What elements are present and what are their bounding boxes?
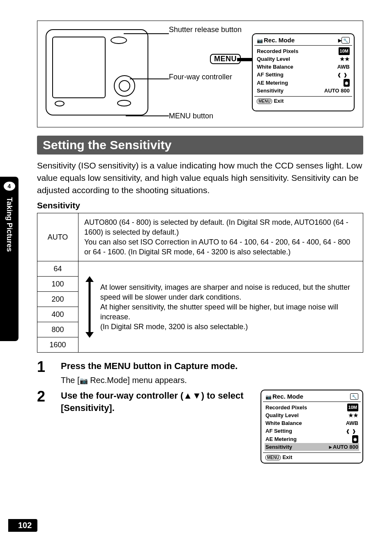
lcd-row-label: Sensitivity xyxy=(265,443,292,451)
lcd-row-label: White Balance xyxy=(257,63,293,71)
table-cell-auto-label: AUTO xyxy=(37,213,78,261)
table-cell-iso: 100 xyxy=(37,277,78,292)
table-cell-iso: 200 xyxy=(37,292,78,307)
camera-menu-button xyxy=(117,100,131,106)
step-title: Use the four-way controller () to select… xyxy=(61,390,252,414)
wrench-icon xyxy=(350,393,358,400)
triangle-down-icon xyxy=(192,390,201,401)
step-1: 1 Press the MENU button in Capture mode.… xyxy=(37,360,363,387)
lcd-header: Rec. Mode xyxy=(272,393,303,400)
callout-menu-button: MENU button xyxy=(169,111,213,120)
lcd-screenshot-bottom: Rec. Mode Recorded Pixels10M Quality Lev… xyxy=(261,390,363,464)
lcd-row-label: AF Setting xyxy=(257,71,284,79)
lcd-footer-text: Exit xyxy=(274,98,284,104)
lcd-row-value: AWB xyxy=(337,63,350,71)
camera-icon xyxy=(257,37,264,44)
lcd-row-value: ★★ xyxy=(340,55,350,63)
camera-icon xyxy=(80,376,88,385)
lcd-row-label: Recorded Pixels xyxy=(257,47,298,55)
step-subtext: The [ Rec.Mode] menu appears. xyxy=(61,374,363,387)
table-cell-auto-desc: AUTO800 (64 - 800) is selected by defaul… xyxy=(78,213,363,261)
sensitivity-table: AUTO AUTO800 (64 - 800) is selected by d… xyxy=(37,213,363,353)
lcd-row-label: Quality Level xyxy=(265,411,299,419)
section-heading: Setting the Sensitivity xyxy=(37,136,363,155)
table-cell-iso: 1600 xyxy=(37,337,78,353)
table-cell-iso: 400 xyxy=(37,307,78,322)
lcd-screenshot-top: Rec. Mode ▶ Recorded Pixels10M Quality L… xyxy=(252,33,355,111)
leader-line xyxy=(126,115,169,116)
camera-shutter xyxy=(111,37,127,44)
lcd-row-label: Quality Level xyxy=(257,55,290,63)
chapter-title: Taking Pictures xyxy=(0,197,18,337)
lcd-row-value: ★★ xyxy=(348,411,358,419)
af-bracket-icon xyxy=(346,427,358,435)
callout-fourway: Four-way controller xyxy=(169,72,232,81)
lcd-row-label: Recorded Pixels xyxy=(265,404,307,411)
camera-outline xyxy=(46,29,148,115)
lcd-row-value: 10M xyxy=(339,47,350,55)
table-cell-iso: 64 xyxy=(37,261,78,277)
table-cell-range-desc: At lower sensitivity, images are sharper… xyxy=(78,261,363,353)
step-number: 1 xyxy=(37,360,49,374)
lcd-row-value: AUTO 800 xyxy=(329,443,358,451)
lcd-row-value: 10M xyxy=(347,404,358,411)
lcd-row-label: White Balance xyxy=(265,419,302,427)
lcd-row-label: AF Setting xyxy=(265,427,292,435)
step-title: Press the MENU button in Capture mode. xyxy=(61,360,363,372)
menu-key-label: MENU xyxy=(210,54,241,64)
arrow-icon xyxy=(237,58,254,61)
double-arrow-icon xyxy=(87,276,92,338)
steps-list: 1 Press the MENU button in Capture mode.… xyxy=(37,360,363,464)
camera-icon xyxy=(265,393,272,400)
menu-key-icon: MENU xyxy=(257,99,272,104)
sub-heading: Sensitivity xyxy=(37,201,363,210)
camera-small-button xyxy=(55,101,65,106)
lcd-row-label: AE Metering xyxy=(265,435,297,443)
lcd-row-label: AE Metering xyxy=(257,79,288,87)
step-2: 2 Use the four-way controller () to sele… xyxy=(37,390,363,464)
menu-key-icon: MENU xyxy=(265,455,281,460)
table-cell-iso: 800 xyxy=(37,322,78,337)
page-number: 102 xyxy=(8,519,37,532)
intro-paragraph: Sensitivity (ISO sensitivity) is a value… xyxy=(37,159,363,196)
range-desc-text: At lower sensitivity, images are sharper… xyxy=(100,282,357,332)
ae-meter-icon xyxy=(344,79,350,87)
ae-meter-icon xyxy=(352,435,358,443)
triangle-up-icon xyxy=(183,390,192,401)
lcd-header: Rec. Mode xyxy=(264,37,295,44)
lcd-row-value: AWB xyxy=(346,419,358,427)
callout-shutter: Shutter release button xyxy=(169,25,242,34)
step-number: 2 xyxy=(37,390,49,404)
af-bracket-icon xyxy=(337,71,350,79)
lcd-row-label: Sensitivity xyxy=(257,87,284,95)
camera-diagram: Shutter release button Four-way controll… xyxy=(37,21,363,127)
lcd-row-value: AUTO 800 xyxy=(324,87,350,95)
lcd-footer-text: Exit xyxy=(282,454,292,460)
leader-line xyxy=(130,78,169,79)
leader-line xyxy=(124,33,169,34)
wrench-icon xyxy=(341,37,350,44)
side-tab: 4 Taking Pictures xyxy=(0,177,18,341)
camera-lcd xyxy=(52,37,106,98)
chapter-number-badge: 4 xyxy=(4,182,15,191)
